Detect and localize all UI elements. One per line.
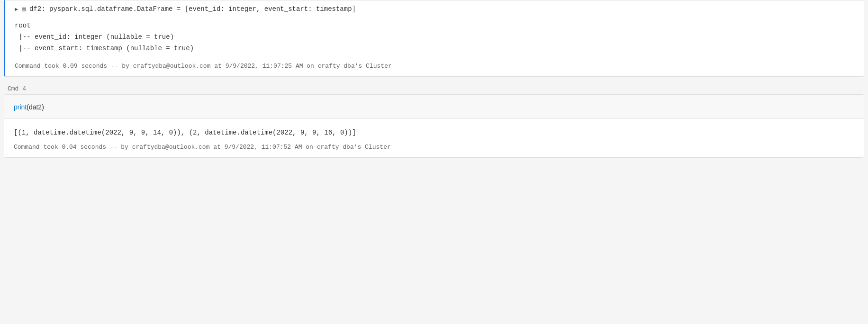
dataframe-icon: ▤ xyxy=(22,5,26,13)
df2-definition: df2: pyspark.sql.dataframe.DataFrame = [… xyxy=(29,5,356,13)
cell-4: print(dat2) [(1, datetime.datetime(2022,… xyxy=(4,94,864,158)
cell4-timing: Command took 0.04 seconds -- by craftydb… xyxy=(14,144,854,151)
expand-arrow-icon[interactable]: ▶ xyxy=(15,6,18,13)
df2-line: ▶ ▤ df2: pyspark.sql.dataframe.DataFrame… xyxy=(15,5,854,13)
schema-output: root |-- event_id: integer (nullable = t… xyxy=(15,20,854,54)
notebook-container: ▶ ▤ df2: pyspark.sql.dataframe.DataFrame… xyxy=(0,0,868,158)
cell4-code-section: print(dat2) xyxy=(4,95,864,118)
cell4-output: [(1, datetime.datetime(2022, 9, 9, 14, 0… xyxy=(14,127,854,139)
cell4-label: Cmd 4 xyxy=(0,82,868,94)
cell4-output-section: [(1, datetime.datetime(2022, 9, 9, 14, 0… xyxy=(4,118,864,157)
cell3-timing: Command took 0.09 seconds -- by craftydb… xyxy=(15,63,854,70)
cell-3: ▶ ▤ df2: pyspark.sql.dataframe.DataFrame… xyxy=(4,0,864,77)
print-keyword: print xyxy=(14,103,27,111)
print-args: (dat2) xyxy=(27,103,44,111)
